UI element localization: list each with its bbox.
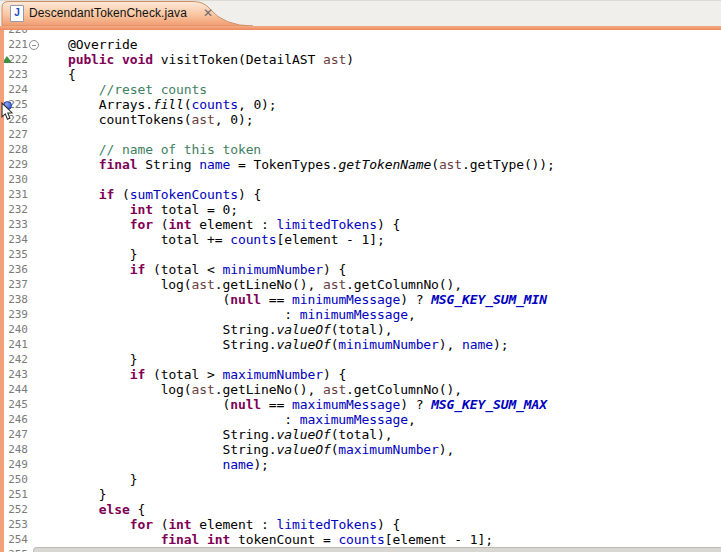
line-number[interactable]: 237 — [0, 277, 28, 292]
line-number[interactable]: 254 — [0, 532, 28, 547]
code-line[interactable]: 223 { — [0, 67, 721, 82]
code-line[interactable]: 241 String.valueOf(minimumNumber), name)… — [0, 337, 721, 352]
code-text: int total = 0; — [37, 202, 238, 217]
line-number[interactable]: 242 — [0, 352, 28, 367]
code-line[interactable]: 232 int total = 0; — [0, 202, 721, 217]
code-text: final int tokenCount = counts[element - … — [37, 532, 493, 547]
line-number[interactable]: 253 — [0, 517, 28, 532]
code-line[interactable]: 231 if (sumTokenCounts) { — [0, 187, 721, 202]
code-token — [199, 532, 207, 547]
code-token — [37, 517, 130, 532]
line-number[interactable]: 232 — [0, 202, 28, 217]
line-number[interactable]: 245 — [0, 397, 28, 412]
code-token: ( — [114, 187, 129, 202]
code-line[interactable]: 239 : minimumMessage, — [0, 307, 721, 322]
line-number[interactable]: 241 — [0, 337, 28, 352]
code-token: counts — [192, 97, 238, 112]
line-number[interactable]: 234 — [0, 232, 28, 247]
code-line[interactable]: 228 // name of this token — [0, 142, 721, 157]
code-token: maximumMessage — [292, 397, 400, 412]
code-line[interactable]: 245 (null == maximumMessage) ? MSG_KEY_S… — [0, 397, 721, 412]
code-token: limitedTokens — [277, 217, 377, 232]
code-line[interactable]: 222 public void visitToken(DetailAST ast… — [0, 52, 721, 67]
code-token — [37, 502, 99, 517]
code-token: ), — [439, 442, 454, 457]
line-number[interactable]: 249 — [0, 457, 28, 472]
code-text: else { — [37, 502, 145, 517]
code-text: // name of this token — [37, 142, 261, 157]
code-line[interactable]: 248 String.valueOf(maximumNumber), — [0, 442, 721, 457]
line-number[interactable]: 229 — [0, 157, 28, 172]
code-token: // name of this token — [99, 142, 261, 157]
code-editor[interactable]: 220221 @Override222 public void visitTok… — [0, 0, 721, 552]
line-number[interactable]: 230 — [0, 172, 28, 187]
code-line[interactable]: 250 } — [0, 472, 721, 487]
code-token: [element - 1]; — [385, 532, 493, 547]
code-line[interactable]: 240 String.valueOf(total), — [0, 322, 721, 337]
line-number[interactable]: 236 — [0, 262, 28, 277]
code-line[interactable]: 230 — [0, 172, 721, 187]
code-line[interactable]: 236 if (total < minimumNumber) { — [0, 262, 721, 277]
code-token: public — [68, 52, 114, 67]
code-token — [37, 82, 99, 97]
code-line[interactable]: 233 for (int element : limitedTokens) { — [0, 217, 721, 232]
code-text: public void visitToken(DetailAST ast) — [37, 52, 354, 67]
code-token — [37, 367, 130, 382]
code-line[interactable]: 251 } — [0, 487, 721, 502]
horizontal-scrollbar[interactable] — [33, 547, 721, 552]
code-line[interactable]: 229 final String name = TokenTypes.getTo… — [0, 157, 721, 172]
code-line[interactable]: 235 } — [0, 247, 721, 262]
code-token: total = 0; — [153, 202, 238, 217]
code-line[interactable]: 225 Arrays.fill(counts, 0); — [0, 97, 721, 112]
breakpoint-icon[interactable] — [3, 101, 12, 110]
code-line[interactable]: 244 log(ast.getLineNo(), ast.getColumnNo… — [0, 382, 721, 397]
line-number[interactable]: 239 — [0, 307, 28, 322]
line-number[interactable]: 231 — [0, 187, 28, 202]
line-number[interactable]: 251 — [0, 487, 28, 502]
code-line[interactable]: 237 log(ast.getLineNo(), ast.getColumnNo… — [0, 277, 721, 292]
line-number[interactable]: 252 — [0, 502, 28, 517]
code-token — [37, 532, 161, 547]
code-line[interactable]: 227 — [0, 127, 721, 142]
line-number[interactable]: 255 — [0, 547, 28, 552]
line-number[interactable]: 244 — [0, 382, 28, 397]
code-token: ast — [323, 52, 346, 67]
code-line[interactable]: 254 final int tokenCount = counts[elemen… — [0, 532, 721, 547]
line-number[interactable]: 226 — [0, 112, 28, 127]
code-token: } — [37, 487, 107, 502]
code-token: log( — [37, 382, 192, 397]
line-number[interactable]: 233 — [0, 217, 28, 232]
line-number[interactable]: 227 — [0, 127, 28, 142]
line-number[interactable]: 240 — [0, 322, 28, 337]
line-number[interactable]: 223 — [0, 67, 28, 82]
code-line[interactable]: 234 total += counts[element - 1]; — [0, 232, 721, 247]
code-line[interactable]: 252 else { — [0, 502, 721, 517]
code-line[interactable]: 242 } — [0, 352, 721, 367]
code-line[interactable]: 226 countTokens(ast, 0); — [0, 112, 721, 127]
code-token: final — [99, 157, 138, 172]
code-token: counts — [230, 232, 276, 247]
tab-descendanttokencheck[interactable]: J DescendantTokenCheck.java ✕ — [1, 0, 259, 26]
line-number[interactable]: 243 — [0, 367, 28, 382]
code-line[interactable]: 246 : maximumMessage, — [0, 412, 721, 427]
line-number[interactable]: 235 — [0, 247, 28, 262]
line-number[interactable]: 221 — [0, 37, 28, 52]
line-number[interactable]: 246 — [0, 412, 28, 427]
code-line[interactable]: 224 //reset counts — [0, 82, 721, 97]
code-token: int — [168, 217, 191, 232]
code-line[interactable]: 243 if (total > maximumNumber) { — [0, 367, 721, 382]
code-token: final — [161, 532, 200, 547]
line-number[interactable]: 224 — [0, 82, 28, 97]
line-number[interactable]: 247 — [0, 427, 28, 442]
code-line[interactable]: 221 @Override — [0, 37, 721, 52]
tab-close-icon[interactable]: ✕ — [203, 6, 213, 20]
code-line[interactable]: 247 String.valueOf(total), — [0, 427, 721, 442]
code-token: maximumMessage — [300, 412, 408, 427]
code-line[interactable]: 249 name); — [0, 457, 721, 472]
line-number[interactable]: 248 — [0, 442, 28, 457]
code-line[interactable]: 253 for (int element : limitedTokens) { — [0, 517, 721, 532]
code-line[interactable]: 238 (null == minimumMessage) ? MSG_KEY_S… — [0, 292, 721, 307]
line-number[interactable]: 228 — [0, 142, 28, 157]
line-number[interactable]: 250 — [0, 472, 28, 487]
line-number[interactable]: 238 — [0, 292, 28, 307]
